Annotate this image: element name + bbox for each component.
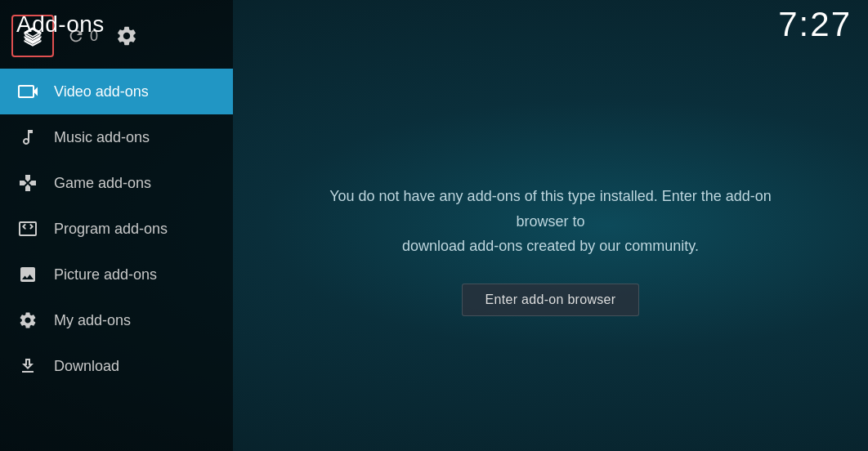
myaddon-icon [16, 309, 39, 332]
sidebar-item-game[interactable]: Game add-ons [0, 160, 233, 206]
sidebar-label-program: Program add-ons [54, 221, 168, 238]
main-content: You do not have any add-ons of this type… [233, 49, 868, 451]
sidebar-item-music[interactable]: Music add-ons [0, 114, 233, 160]
music-icon [16, 126, 39, 149]
program-icon [16, 217, 39, 240]
picture-icon [16, 263, 39, 286]
sidebar-label-video: Video add-ons [54, 83, 149, 100]
enter-addon-browser-button[interactable]: Enter add-on browser [462, 284, 640, 316]
game-icon [16, 172, 39, 194]
nav-items: Video add-ons Music add-ons Game add-ons… [0, 69, 233, 451]
clock-display: 7:27 [778, 5, 852, 44]
sidebar-label-picture: Picture add-ons [54, 266, 157, 284]
sidebar-item-video[interactable]: Video add-ons [0, 69, 233, 114]
sidebar-item-picture[interactable]: Picture add-ons [0, 252, 233, 297]
sidebar-label-music: Music add-ons [54, 129, 150, 146]
empty-message-line2: download add-ons created by our communit… [402, 238, 699, 254]
sidebar: 0 Video add-ons Music add-ons [0, 0, 233, 451]
page-title: Add-ons [16, 11, 105, 38]
sidebar-label-game: Game add-ons [54, 175, 151, 192]
top-bar: Add-ons 7:27 [0, 0, 868, 49]
sidebar-item-download[interactable]: Download [0, 343, 233, 389]
sidebar-label-myaddon: My add-ons [54, 312, 131, 329]
sidebar-label-download: Download [54, 358, 119, 375]
download-icon [16, 355, 39, 377]
empty-message: You do not have any add-ons of this type… [306, 184, 796, 259]
video-icon [16, 80, 39, 103]
empty-message-line1: You do not have any add-ons of this type… [329, 188, 772, 230]
sidebar-item-program[interactable]: Program add-ons [0, 206, 233, 252]
sidebar-item-myaddon[interactable]: My add-ons [0, 297, 233, 343]
